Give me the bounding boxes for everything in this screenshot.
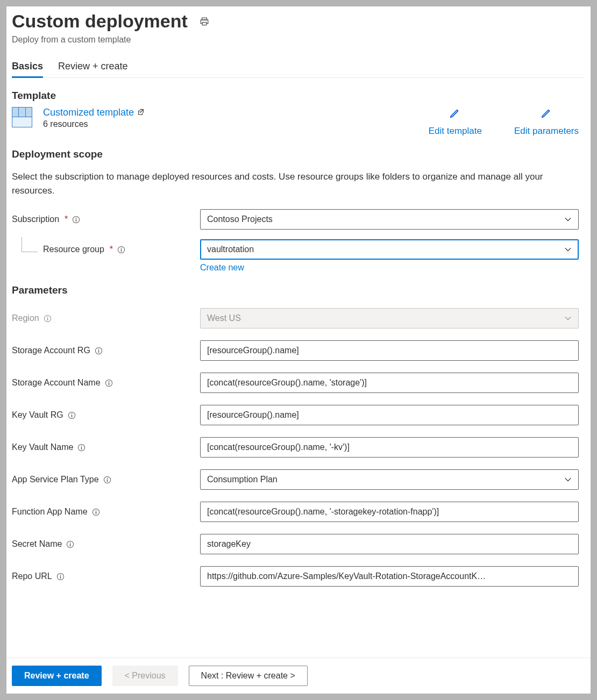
chevron-down-icon bbox=[564, 216, 572, 223]
external-link-icon bbox=[137, 107, 145, 118]
edit-parameters-link[interactable]: Edit parameters bbox=[514, 107, 579, 137]
info-icon[interactable] bbox=[66, 540, 74, 548]
secret-name-label-row: Secret Name bbox=[12, 539, 200, 549]
info-icon[interactable] bbox=[77, 444, 86, 452]
svg-point-25 bbox=[106, 477, 108, 478]
deployment-scope-heading: Deployment scope bbox=[12, 148, 585, 160]
subscription-select[interactable]: Contoso Projects bbox=[200, 209, 579, 230]
subscription-label: Subscription bbox=[12, 215, 59, 224]
storage-account-name-input[interactable] bbox=[200, 373, 579, 393]
function-app-name-label: Function App Name bbox=[12, 507, 88, 517]
app-service-plan-label: App Service Plan Type bbox=[12, 475, 99, 484]
review-create-button[interactable]: Review + create bbox=[12, 666, 102, 686]
repo-url-label: Repo URL bbox=[12, 572, 52, 581]
region-label: Region bbox=[12, 313, 39, 323]
svg-point-22 bbox=[81, 445, 82, 446]
svg-point-4 bbox=[76, 217, 77, 218]
edit-template-link[interactable]: Edit template bbox=[429, 107, 482, 137]
key-vault-rg-label: Key Vault RG bbox=[12, 410, 63, 420]
resource-group-label-row: Resource group * bbox=[12, 245, 200, 254]
app-service-plan-label-row: App Service Plan Type bbox=[12, 475, 200, 484]
edit-parameters-label: Edit parameters bbox=[514, 126, 579, 137]
storage-account-name-label-row: Storage Account Name bbox=[12, 378, 200, 388]
next-button[interactable]: Next : Review + create > bbox=[189, 666, 308, 686]
template-heading: Template bbox=[12, 90, 585, 102]
svg-point-19 bbox=[71, 413, 72, 414]
svg-rect-23 bbox=[81, 447, 82, 449]
info-icon[interactable] bbox=[68, 411, 76, 419]
storage-account-rg-label: Storage Account RG bbox=[12, 346, 90, 355]
previous-button: < Previous bbox=[112, 666, 178, 686]
svg-point-16 bbox=[108, 381, 109, 382]
svg-rect-14 bbox=[98, 350, 99, 353]
resource-group-label: Resource group bbox=[43, 245, 104, 254]
repo-url-label-row: Repo URL bbox=[12, 572, 200, 581]
region-select: West US bbox=[200, 308, 579, 328]
svg-point-31 bbox=[70, 542, 71, 543]
resource-group-select[interactable]: vaultrotation bbox=[200, 239, 579, 260]
svg-rect-32 bbox=[70, 544, 71, 546]
svg-rect-2 bbox=[202, 22, 207, 25]
page-subtitle: Deploy from a custom template bbox=[12, 35, 585, 45]
svg-rect-35 bbox=[60, 576, 61, 578]
info-icon[interactable] bbox=[95, 347, 103, 355]
tabs: Basics Review + create bbox=[12, 58, 585, 78]
parameters-heading: Parameters bbox=[12, 284, 585, 296]
deployment-scope-description: Select the subscription to manage deploy… bbox=[12, 170, 585, 197]
app-service-plan-value: Consumption Plan bbox=[207, 475, 278, 484]
storage-account-rg-input[interactable] bbox=[200, 340, 579, 361]
chevron-down-icon bbox=[564, 246, 572, 253]
info-icon[interactable] bbox=[56, 573, 65, 581]
required-star: * bbox=[110, 245, 113, 254]
info-icon[interactable] bbox=[117, 246, 125, 254]
create-new-link[interactable]: Create new bbox=[200, 263, 244, 273]
svg-rect-26 bbox=[106, 479, 108, 482]
svg-point-13 bbox=[98, 348, 99, 349]
footer-bar: Review + create < Previous Next : Review… bbox=[6, 658, 591, 694]
info-icon[interactable] bbox=[92, 508, 100, 516]
info-icon[interactable] bbox=[72, 216, 80, 224]
subscription-value: Contoso Projects bbox=[207, 215, 273, 224]
storage-account-rg-label-row: Storage Account RG bbox=[12, 346, 200, 355]
tab-basics[interactable]: Basics bbox=[12, 58, 43, 77]
customized-template-label: Customized template bbox=[43, 107, 134, 118]
customized-template-link[interactable]: Customized template bbox=[43, 107, 145, 118]
svg-rect-5 bbox=[76, 219, 77, 222]
print-icon[interactable] bbox=[200, 17, 209, 26]
subscription-label-row: Subscription * bbox=[12, 215, 200, 224]
region-label-row: Region bbox=[12, 313, 200, 323]
secret-name-input[interactable] bbox=[200, 534, 579, 554]
svg-rect-17 bbox=[108, 382, 109, 385]
svg-rect-29 bbox=[95, 511, 96, 514]
chevron-down-icon bbox=[564, 476, 572, 483]
info-icon[interactable] bbox=[103, 476, 111, 484]
tab-review[interactable]: Review + create bbox=[58, 58, 128, 77]
info-icon[interactable] bbox=[105, 379, 113, 387]
pencil-icon bbox=[449, 107, 461, 122]
key-vault-rg-input[interactable] bbox=[200, 405, 579, 425]
resource-group-value: vaultrotation bbox=[207, 245, 254, 254]
region-value: West US bbox=[207, 313, 241, 323]
pencil-icon bbox=[541, 107, 552, 122]
function-app-name-label-row: Function App Name bbox=[12, 507, 200, 517]
tree-line-icon bbox=[22, 237, 38, 252]
custom-deployment-page: Custom deployment Deploy from a custom t… bbox=[6, 6, 591, 694]
key-vault-name-label-row: Key Vault Name bbox=[12, 442, 200, 452]
key-vault-name-input[interactable] bbox=[200, 437, 579, 458]
resource-count: 6 resources bbox=[43, 119, 145, 129]
function-app-name-input[interactable] bbox=[200, 502, 579, 522]
info-icon[interactable] bbox=[44, 315, 52, 323]
required-star: * bbox=[65, 215, 68, 224]
svg-point-10 bbox=[47, 316, 48, 317]
svg-point-28 bbox=[95, 510, 96, 511]
edit-template-label: Edit template bbox=[429, 126, 482, 137]
svg-point-34 bbox=[60, 574, 61, 575]
key-vault-rg-label-row: Key Vault RG bbox=[12, 410, 200, 420]
svg-point-7 bbox=[121, 247, 122, 248]
page-title: Custom deployment bbox=[12, 11, 188, 32]
svg-rect-20 bbox=[72, 415, 73, 417]
secret-name-label: Secret Name bbox=[12, 539, 62, 549]
key-vault-name-label: Key Vault Name bbox=[12, 442, 73, 452]
repo-url-input[interactable] bbox=[200, 566, 579, 587]
app-service-plan-select[interactable]: Consumption Plan bbox=[200, 469, 579, 490]
